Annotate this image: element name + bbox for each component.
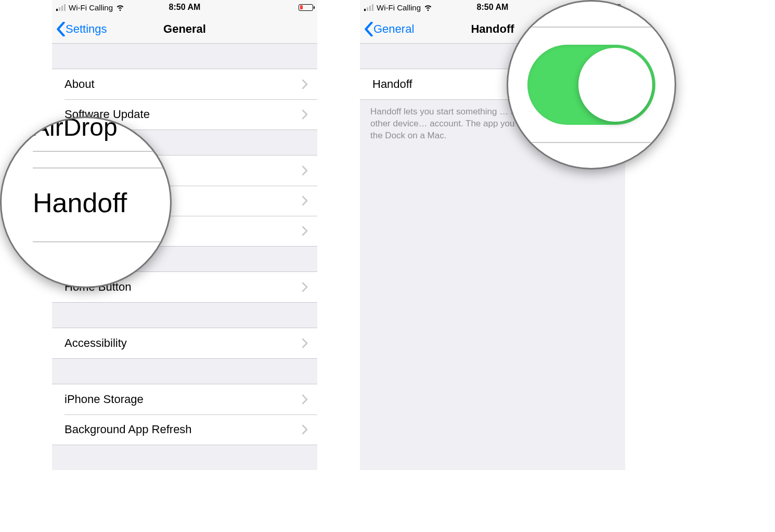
chevron-right-icon <box>302 226 308 236</box>
status-time: 8:50 AM <box>52 3 317 12</box>
row-label: iPhone Storage <box>64 393 302 406</box>
separator <box>520 142 663 143</box>
chevron-right-icon <box>302 109 308 120</box>
row-label: About <box>64 77 302 91</box>
group-spacer <box>52 303 317 328</box>
group-spacer <box>52 359 317 384</box>
row-accessibility[interactable]: Accessibility <box>52 328 317 358</box>
list-group: Accessibility <box>52 328 317 359</box>
row-background-app-refresh[interactable]: Background App Refresh <box>52 414 317 445</box>
list-group: iPhone Storage Background App Refresh <box>52 384 317 445</box>
handoff-toggle-zoomed[interactable] <box>527 45 655 125</box>
status-bar: Wi-Fi Calling 8:50 AM <box>52 0 317 15</box>
group-spacer <box>52 44 317 69</box>
page-title: General <box>52 22 317 36</box>
chevron-right-icon <box>302 394 308 405</box>
chevron-right-icon <box>302 79 308 89</box>
row-label: Background App Refresh <box>64 423 302 436</box>
separator <box>33 241 170 242</box>
nav-bar: Settings General <box>52 15 317 44</box>
chevron-right-icon <box>302 424 308 435</box>
chevron-right-icon <box>302 165 308 176</box>
battery-low-icon <box>299 4 313 11</box>
magnifier-toggle <box>507 0 676 170</box>
row-iphone-storage[interactable]: iPhone Storage <box>52 384 317 414</box>
chevron-right-icon <box>302 338 308 348</box>
row-about[interactable]: About <box>52 69 317 99</box>
magnified-label-handoff: Handoff <box>2 168 170 228</box>
chevron-right-icon <box>302 196 308 206</box>
row-label: Accessibility <box>64 336 302 350</box>
magnifier-handoff-row: AirDrop Handoff <box>0 116 172 288</box>
chevron-right-icon <box>302 282 308 292</box>
group-spacer <box>52 445 317 470</box>
